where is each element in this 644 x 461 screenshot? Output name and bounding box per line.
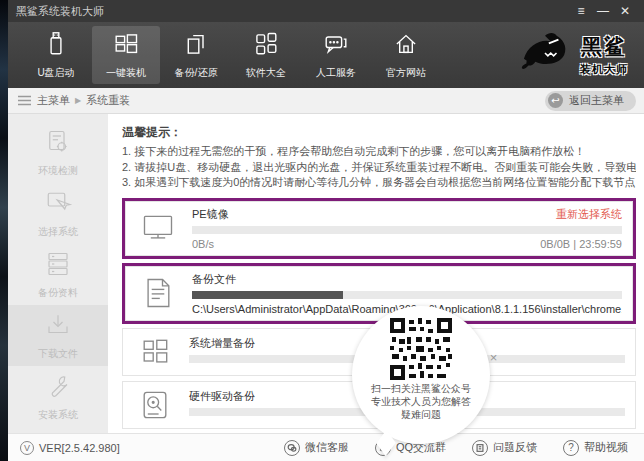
footer-link-label: 问题反馈 (493, 440, 537, 455)
monitor-icon (136, 210, 180, 246)
tab-one-key-install[interactable]: 一键装机 (92, 26, 160, 84)
task-head: 备份文件 (192, 272, 622, 287)
tab-label: 人工服务 (316, 66, 356, 80)
support-chat-icon (322, 30, 350, 62)
footer-link-label: 帮助视频 (584, 440, 628, 455)
highlight-box-pe-image: PE镜像 重新选择系统 0B/s 0B/0B | 23:59:59 (122, 198, 636, 259)
tab-label: 软件大全 (246, 66, 286, 80)
task-foot: 0B/s 0B/0B | 23:59:59 (192, 238, 622, 250)
task-name: 硬件驱动备份 (189, 389, 255, 404)
progress-status: 0B/0B | 23:59:59 (540, 238, 622, 250)
sidebar-item-env-check[interactable]: 环境检测 (8, 122, 108, 183)
task-head: PE镜像 重新选择系统 (192, 207, 622, 222)
tab-human-service[interactable]: 人工服务 (302, 26, 370, 84)
sidebar-item-select-system[interactable]: 选择系统 (8, 183, 108, 244)
tab-label: 一键装机 (106, 66, 146, 80)
highlight-box-backup-file: 备份文件 C:\Users\Administrator\AppData\Roam… (122, 263, 636, 324)
breadcrumb-root[interactable]: 主菜单 (37, 93, 70, 108)
tab-software-collection[interactable]: 软件大全 (232, 26, 300, 84)
footer-link-label: 微信客服 (305, 440, 349, 455)
task-content: PE镜像 重新选择系统 0B/s 0B/0B | 23:59:59 (192, 207, 622, 250)
sidebar-item-download-files[interactable]: 下载文件 (8, 305, 108, 366)
home-icon (392, 30, 420, 62)
tip-line: 3. 如果遇到下载速度为0的情况时请耐心等待几分钟，服务器会自动根据您当前网络位… (122, 175, 636, 191)
tab-label: 官方网站 (386, 66, 426, 80)
document-icon (136, 275, 180, 311)
tip-line: 2. 请拔掉U盘、移动硬盘，退出光驱内的光盘，并保证系统重装过程不断电。否则重装… (122, 160, 636, 176)
progress-bar (192, 291, 622, 299)
feedback-link[interactable]: 问题反馈 (472, 440, 537, 456)
backup-data-icon (43, 249, 73, 283)
wechat-icon (284, 440, 300, 456)
list-icon (18, 92, 31, 110)
main-toolbar: U盘启动 一键装机 备份/还原 软件大全 人工服务 官方网站 (8, 22, 644, 88)
qr-caption-line: 专业技术人员为您解答 (352, 395, 490, 408)
task-row-pe-image: PE镜像 重新选择系统 0B/s 0B/0B | 23:59:59 (125, 201, 633, 256)
env-check-icon (43, 127, 73, 161)
breadcrumb-separator-icon: ▶ (75, 96, 81, 105)
qr-caption-line: 扫一扫关注黑鲨公众号 (352, 382, 490, 395)
tab-backup-restore[interactable]: 备份/还原 (162, 26, 230, 84)
grid-icon (133, 334, 177, 370)
tab-label: 备份/还原 (175, 66, 218, 80)
task-row-backup-file: 备份文件 C:\Users\Administrator\AppData\Roam… (125, 266, 633, 321)
task-name: 备份文件 (192, 272, 236, 287)
back-to-main-menu-button[interactable]: ↩ 返回主菜单 (545, 91, 636, 111)
feedback-icon (472, 440, 488, 456)
foot-spacer (214, 238, 540, 250)
wechat-service-link[interactable]: 微信客服 (284, 440, 349, 456)
window-body: 环境检测 选择系统 备份资料 下载文件 安装系统 (8, 114, 644, 433)
software-icon (252, 30, 280, 62)
minimize-button[interactable]: — (592, 1, 614, 21)
back-button-label: 返回主菜单 (569, 93, 624, 108)
brand-logo: 黑鲨 装机大师 (516, 30, 628, 80)
tips-title: 温馨提示： (122, 124, 636, 141)
tab-label: U盘启动 (37, 66, 74, 80)
reselect-system-link[interactable]: 重新选择系统 (556, 207, 622, 222)
title-bar: 黑鲨系统装机大师 ≡ — ✕ (8, 0, 644, 22)
footer-bar: V VER[2.5.42.980] 微信客服 QQ交流群 问题反馈 ? 帮助视频 (8, 433, 644, 461)
cancel-icon[interactable]: × (490, 351, 498, 364)
breadcrumb: 主菜单 ▶ 系统重装 ↩ 返回主菜单 (8, 88, 644, 114)
hard-drive-icon (133, 387, 177, 423)
tip-line: 1. 接下来的过程无需您的干预，程序会帮助您自动完成剩下的步骤，您可以离开电脑稍… (122, 144, 636, 160)
sidebar-item-label: 备份资料 (38, 286, 78, 300)
app-window: 黑鲨系统装机大师 ≡ — ✕ U盘启动 一键装机 备份/还原 软件大全 (8, 0, 644, 461)
download-speed: 0B/s (192, 238, 214, 250)
backup-restore-icon (182, 30, 210, 62)
brand-title: 黑鲨 (580, 33, 628, 61)
help-video-link[interactable]: ? 帮助视频 (563, 440, 628, 456)
download-icon (43, 310, 73, 344)
qr-caption-line: 疑难问题 (352, 408, 490, 421)
brand-subtitle: 装机大师 (580, 62, 628, 77)
task-name: 系统增量备份 (189, 336, 255, 351)
sidebar-item-label: 安装系统 (38, 408, 78, 422)
wrench-icon (43, 371, 73, 405)
select-system-icon (43, 188, 73, 222)
sidebar-item-label: 环境检测 (38, 164, 78, 178)
version-icon: V (20, 441, 34, 455)
shark-logo-icon (516, 30, 574, 80)
progress-bar (192, 226, 622, 234)
usb-icon (42, 30, 70, 62)
sidebar-item-label: 下载文件 (38, 347, 78, 361)
tips-block: 温馨提示： 1. 接下来的过程无需您的干预，程序会帮助您自动完成剩下的步骤，您可… (122, 124, 636, 191)
breadcrumb-current: 系统重装 (86, 93, 130, 108)
question-mark-icon: ? (563, 440, 579, 456)
menu-button[interactable]: ≡ (570, 1, 592, 21)
screen: 黑鲨系统装机大师 ≡ — ✕ U盘启动 一键装机 备份/还原 软件大全 (0, 0, 644, 461)
task-name: PE镜像 (192, 207, 229, 222)
tab-usb-boot[interactable]: U盘启动 (22, 26, 90, 84)
one-key-install-icon (112, 30, 140, 62)
sidebar-item-backup-data[interactable]: 备份资料 (8, 244, 108, 305)
sidebar-item-label: 选择系统 (38, 225, 78, 239)
qr-code-image (390, 318, 452, 380)
version-label: VER[2.5.42.980] (39, 442, 120, 454)
back-arrow-icon: ↩ (548, 93, 563, 108)
qr-code-bubble: 扫一扫关注黑鲨公众号 专业技术人员为您解答 疑难问题 (352, 306, 490, 444)
close-button[interactable]: ✕ (614, 1, 636, 21)
brand-text: 黑鲨 装机大师 (580, 33, 628, 77)
sidebar-item-install-system[interactable]: 安装系统 (8, 366, 108, 427)
window-title: 黑鲨系统装机大师 (16, 4, 104, 19)
tab-official-website[interactable]: 官方网站 (372, 26, 440, 84)
